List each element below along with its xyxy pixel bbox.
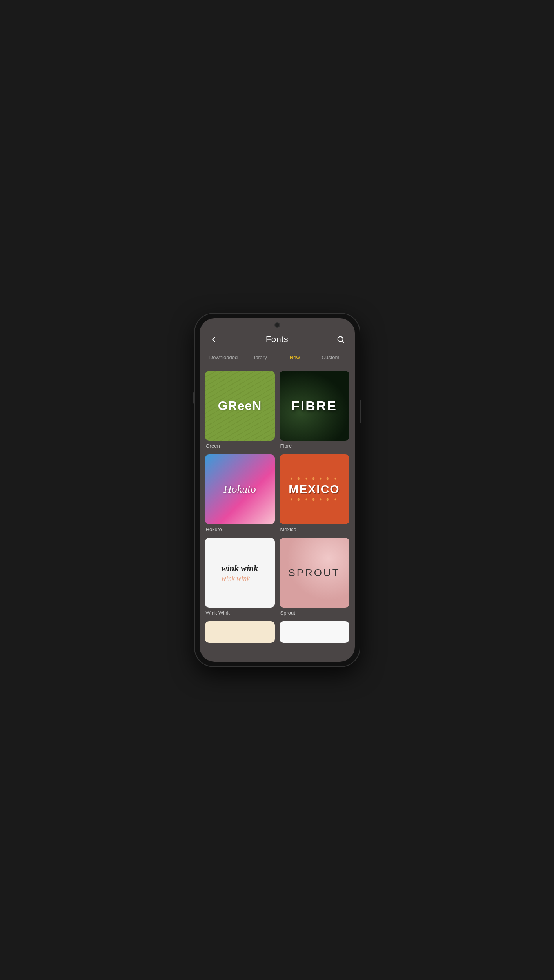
mexico-top-deco: ✦ ✤ ✦ ✤ ✦ ✤ ✦ — [290, 475, 338, 483]
wink-content: wink wink wink wink — [216, 559, 264, 587]
green-font-label: Green — [205, 441, 275, 450]
tab-custom[interactable]: Custom — [313, 350, 349, 365]
sprout-font-text: SPROUT — [288, 567, 340, 579]
wink-main-text: wink wink — [222, 563, 258, 575]
font-preview-white2 — [280, 621, 349, 643]
power-button[interactable] — [360, 400, 361, 423]
header: Fonts — [200, 330, 355, 350]
volume-button[interactable] — [193, 392, 195, 404]
mexico-decoration: ✦ ✤ ✦ ✤ ✦ ✤ ✦ MEXICO ✦ ✤ ✦ ✤ ✦ ✤ ✦ — [280, 454, 349, 524]
svg-line-1 — [342, 341, 343, 343]
green-font-text: GReeN — [218, 399, 262, 413]
hokuto-font-text: Hokuto — [223, 483, 256, 495]
font-preview-mexico: ✦ ✤ ✦ ✤ ✦ ✤ ✦ MEXICO ✦ ✤ ✦ ✤ ✦ ✤ ✦ — [280, 454, 349, 524]
font-preview-fibre: FIBRE — [280, 371, 349, 441]
font-card-sprout[interactable]: SPROUT Sprout — [280, 538, 349, 617]
font-grid: GReeN Green FIBRE Fibre Hokuto Hoku — [205, 371, 349, 645]
font-preview-sprout: SPROUT — [280, 538, 349, 608]
font-preview-green: GReeN — [205, 371, 275, 441]
mexico-font-text: MEXICO — [289, 483, 340, 496]
font-card-green[interactable]: GReeN Green — [205, 371, 275, 450]
page-title: Fonts — [266, 334, 289, 345]
font-grid-container: GReeN Green FIBRE Fibre Hokuto Hoku — [200, 365, 355, 662]
font-preview-wink: wink wink wink wink — [205, 538, 275, 608]
phone-screen: Fonts Downloaded Library New Custom GRee… — [200, 318, 355, 662]
hokuto-font-label: Hokuto — [205, 524, 275, 533]
font-preview-hokuto: Hokuto — [205, 454, 275, 524]
font-card-hokuto[interactable]: Hokuto Hokuto — [205, 454, 275, 533]
font-card-wink[interactable]: wink wink wink wink Wink Wink — [205, 538, 275, 617]
font-card-fibre[interactable]: FIBRE Fibre — [280, 371, 349, 450]
font-preview-tan — [205, 621, 275, 643]
mexico-font-label: Mexico — [280, 524, 349, 533]
mexico-bottom-deco: ✦ ✤ ✦ ✤ ✦ ✤ ✦ — [290, 496, 338, 503]
fibre-font-text: FIBRE — [291, 398, 337, 414]
search-button[interactable] — [334, 333, 347, 346]
tab-library[interactable]: Library — [242, 350, 277, 365]
font-card-mexico[interactable]: ✦ ✤ ✦ ✤ ✦ ✤ ✦ MEXICO ✦ ✤ ✦ ✤ ✦ ✤ ✦ Mexic… — [280, 454, 349, 533]
camera-notch — [200, 318, 355, 330]
wink-sub-text: wink wink — [222, 575, 250, 583]
font-card-partial2[interactable] — [280, 621, 349, 645]
sprout-font-label: Sprout — [280, 608, 349, 617]
fibre-font-label: Fibre — [280, 441, 349, 450]
tab-new[interactable]: New — [277, 350, 313, 365]
font-card-partial1[interactable] — [205, 621, 275, 645]
tab-downloaded[interactable]: Downloaded — [206, 350, 242, 365]
tab-bar: Downloaded Library New Custom — [200, 350, 355, 365]
wink-font-label: Wink Wink — [205, 608, 275, 617]
front-camera — [274, 322, 280, 328]
back-button[interactable] — [207, 333, 220, 346]
